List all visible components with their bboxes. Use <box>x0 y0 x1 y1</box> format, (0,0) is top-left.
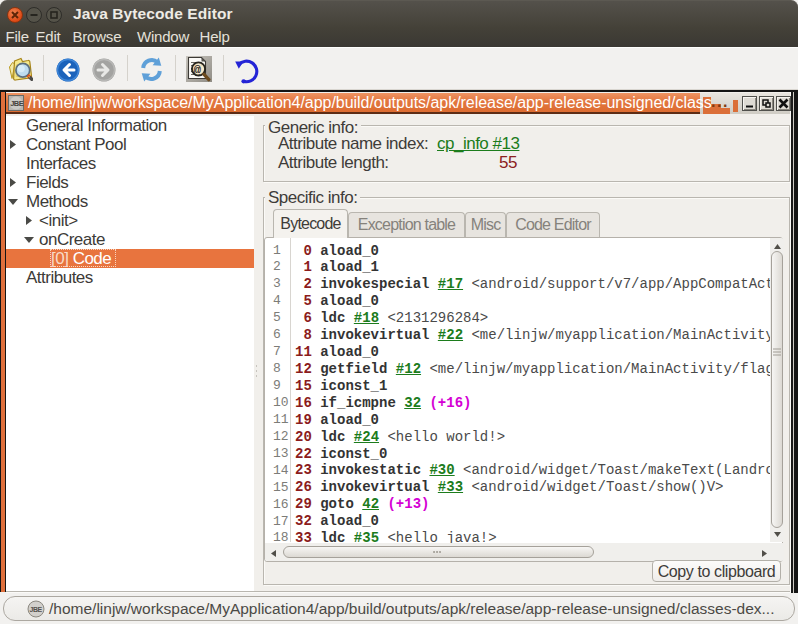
svg-text:@: @ <box>194 64 202 78</box>
svg-text:JBE: JBE <box>10 99 24 108</box>
svg-text:JBE: JBE <box>30 606 43 613</box>
